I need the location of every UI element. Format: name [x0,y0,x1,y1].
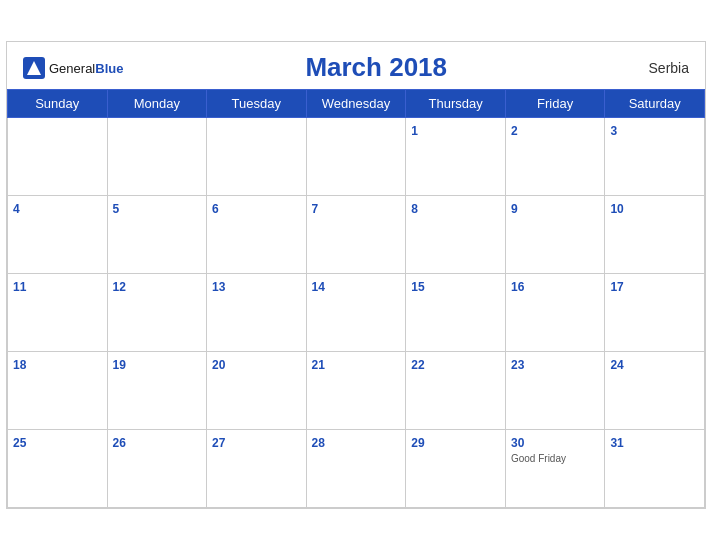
day-number: 8 [411,202,418,216]
weekday-header-wednesday: Wednesday [306,90,406,118]
day-number: 20 [212,358,225,372]
calendar-container: GeneralBlue March 2018 Serbia SundayMond… [6,41,706,509]
day-number: 18 [13,358,26,372]
calendar-cell [306,118,406,196]
calendar-cell: 4 [8,196,108,274]
calendar-cell: 7 [306,196,406,274]
calendar-cell: 19 [107,352,207,430]
calendar-cell: 31 [605,430,705,508]
day-number: 28 [312,436,325,450]
calendar-cell [8,118,108,196]
calendar-cell: 10 [605,196,705,274]
day-number: 30 [511,436,524,450]
calendar-cell: 11 [8,274,108,352]
logo-area: GeneralBlue [23,57,123,79]
calendar-week-row: 11121314151617 [8,274,705,352]
day-number: 22 [411,358,424,372]
calendar-cell: 25 [8,430,108,508]
day-number: 14 [312,280,325,294]
weekday-header-friday: Friday [505,90,604,118]
calendar-week-row: 123 [8,118,705,196]
day-number: 17 [610,280,623,294]
day-number: 29 [411,436,424,450]
calendar-cell: 17 [605,274,705,352]
calendar-cell [207,118,307,196]
calendar-cell: 29 [406,430,506,508]
calendar-week-row: 18192021222324 [8,352,705,430]
weekday-header-row: SundayMondayTuesdayWednesdayThursdayFrid… [8,90,705,118]
calendar-cell: 9 [505,196,604,274]
calendar-week-row: 252627282930Good Friday31 [8,430,705,508]
day-number: 4 [13,202,20,216]
weekday-header-tuesday: Tuesday [207,90,307,118]
calendar-title: March 2018 [123,52,629,83]
day-number: 26 [113,436,126,450]
weekday-header-monday: Monday [107,90,207,118]
day-number: 3 [610,124,617,138]
calendar-cell: 8 [406,196,506,274]
day-number: 19 [113,358,126,372]
logo-general-text: GeneralBlue [49,59,123,77]
calendar-cell: 21 [306,352,406,430]
day-number: 5 [113,202,120,216]
day-number: 6 [212,202,219,216]
day-number: 10 [610,202,623,216]
calendar-cell: 14 [306,274,406,352]
calendar-cell: 2 [505,118,604,196]
calendar-cell: 6 [207,196,307,274]
day-number: 13 [212,280,225,294]
calendar-cell: 3 [605,118,705,196]
calendar-cell: 24 [605,352,705,430]
calendar-cell: 1 [406,118,506,196]
day-number: 1 [411,124,418,138]
calendar-grid: SundayMondayTuesdayWednesdayThursdayFrid… [7,89,705,508]
generalblue-logo-icon [23,57,45,79]
calendar-cell: 27 [207,430,307,508]
day-number: 12 [113,280,126,294]
day-number: 16 [511,280,524,294]
calendar-cell: 22 [406,352,506,430]
day-number: 21 [312,358,325,372]
calendar-cell [107,118,207,196]
calendar-cell: 12 [107,274,207,352]
calendar-header: GeneralBlue March 2018 Serbia [7,42,705,89]
holiday-label: Good Friday [511,453,599,464]
day-number: 2 [511,124,518,138]
day-number: 24 [610,358,623,372]
day-number: 7 [312,202,319,216]
weekday-header-sunday: Sunday [8,90,108,118]
calendar-cell: 23 [505,352,604,430]
calendar-cell: 15 [406,274,506,352]
calendar-cell: 20 [207,352,307,430]
day-number: 11 [13,280,26,294]
day-number: 31 [610,436,623,450]
calendar-cell: 26 [107,430,207,508]
calendar-cell: 18 [8,352,108,430]
calendar-cell: 5 [107,196,207,274]
day-number: 23 [511,358,524,372]
country-label: Serbia [629,60,689,76]
weekday-header-saturday: Saturday [605,90,705,118]
calendar-week-row: 45678910 [8,196,705,274]
calendar-cell: 16 [505,274,604,352]
weekday-header-thursday: Thursday [406,90,506,118]
day-number: 15 [411,280,424,294]
day-number: 9 [511,202,518,216]
calendar-cell: 13 [207,274,307,352]
calendar-cell: 30Good Friday [505,430,604,508]
day-number: 27 [212,436,225,450]
calendar-cell: 28 [306,430,406,508]
day-number: 25 [13,436,26,450]
